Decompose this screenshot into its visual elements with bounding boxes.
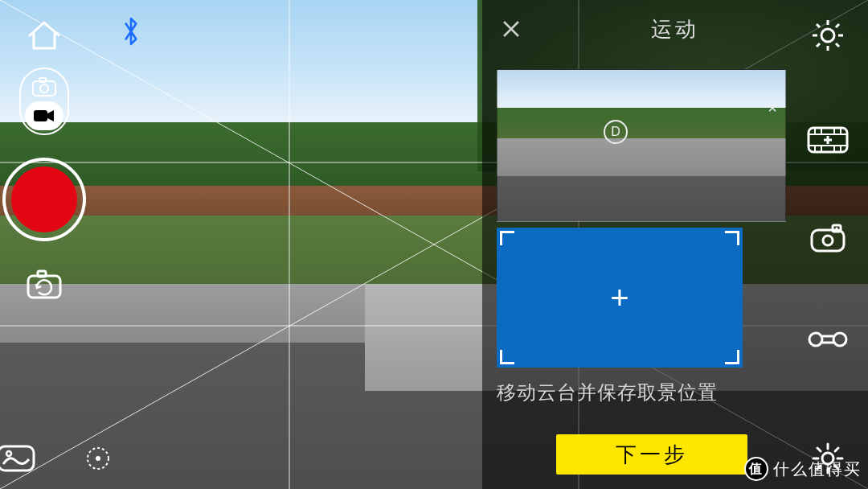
watermark-text: 什么值得买 (773, 458, 862, 480)
gallery-button[interactable] (0, 438, 35, 479)
svg-point-31 (823, 236, 833, 245)
panel-hint-text: 移动云台并保存取景位置 (497, 380, 718, 405)
gimbal-icon (809, 224, 847, 256)
camera-viewport: 运动 D × + 移动云台并保存取景位置 下一步 值 什么值得买 (0, 0, 868, 489)
svg-point-33 (836, 228, 838, 230)
svg-point-13 (6, 451, 11, 456)
svg-rect-6 (33, 81, 55, 96)
focus-target-icon (82, 442, 114, 475)
preset-delete-button[interactable]: × (768, 99, 777, 117)
settings-button[interactable] (803, 14, 853, 56)
svg-rect-8 (39, 78, 46, 82)
photo-mode-icon (27, 72, 62, 101)
svg-line-43 (817, 448, 821, 451)
preset-thumbnail[interactable]: D × (497, 69, 786, 222)
svg-rect-11 (38, 271, 46, 277)
svg-line-45 (835, 448, 838, 451)
add-preset-slot[interactable]: + (497, 228, 743, 368)
close-icon: × (768, 99, 777, 117)
frame-corner-icon (725, 231, 739, 245)
svg-rect-30 (812, 230, 844, 251)
panorama-icon (808, 327, 848, 351)
next-button[interactable]: 下一步 (556, 434, 747, 475)
svg-point-15 (96, 456, 100, 461)
focus-target-button[interactable] (82, 438, 114, 479)
svg-rect-12 (0, 446, 34, 471)
bluetooth-icon (121, 16, 141, 47)
switch-camera-button[interactable] (19, 264, 69, 306)
watermark-badge-icon: 值 (744, 457, 768, 481)
capture-mode-toggle[interactable] (19, 68, 69, 135)
home-button[interactable] (19, 14, 69, 56)
svg-point-7 (40, 84, 48, 92)
frame-corner-icon (500, 350, 514, 364)
film-add-icon (807, 126, 849, 154)
frame-corner-icon (725, 350, 739, 364)
record-indicator-icon (11, 166, 77, 232)
svg-point-34 (809, 333, 822, 346)
switch-camera-icon (26, 269, 63, 300)
plus-icon: + (610, 281, 628, 314)
close-icon (501, 18, 522, 39)
gimbal-button[interactable] (803, 219, 853, 261)
svg-rect-9 (34, 110, 47, 121)
panorama-button[interactable] (803, 318, 853, 360)
watermark: 值 什么值得买 (744, 457, 862, 481)
left-control-column (0, 0, 88, 489)
next-button-label: 下一步 (616, 441, 688, 469)
gallery-icon (0, 445, 35, 472)
panel-close-button[interactable] (493, 11, 529, 47)
frame-corner-icon (500, 231, 514, 245)
preset-badge: D (604, 120, 628, 144)
home-icon (27, 19, 62, 51)
record-button[interactable] (2, 158, 86, 241)
video-mode-icon (25, 101, 63, 130)
film-add-button[interactable] (803, 119, 853, 161)
right-control-column (788, 0, 868, 489)
svg-point-35 (833, 333, 846, 346)
svg-point-16 (821, 29, 834, 42)
settings-gear-icon (810, 18, 845, 53)
